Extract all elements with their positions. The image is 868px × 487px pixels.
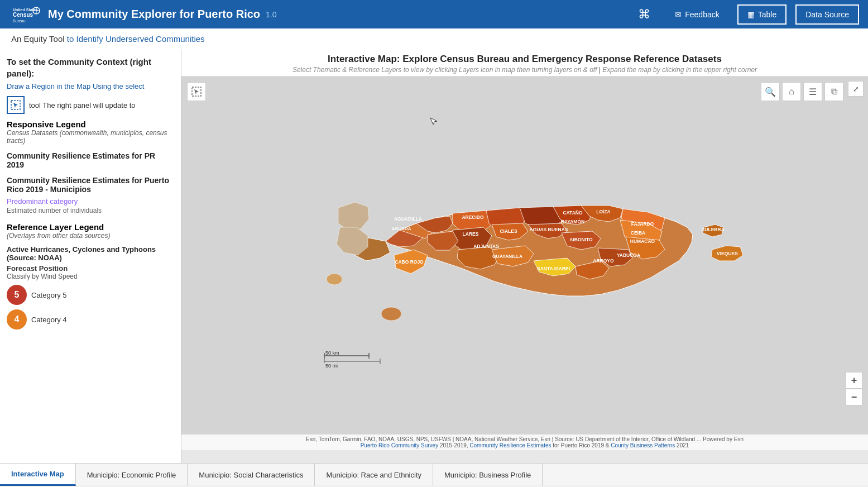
subtitle-link: to Identify Underserved Communities [67, 34, 205, 44]
zoom-out-button[interactable]: − [846, 389, 862, 405]
svg-text:50 mi: 50 mi [325, 363, 338, 369]
label-yabucoa: YABUCOA [617, 252, 640, 258]
subtitle-bar: An Equity Tool to Identify Underserved C… [0, 28, 868, 49]
map-header: Interactive Map: Explore Census Bureau a… [181, 49, 868, 77]
map-area: Interactive Map: Explore Census Bureau a… [181, 49, 868, 463]
zoom-buttons: + − [846, 372, 862, 405]
map-container[interactable]: ⤢ 🔍 ⌂ ☰ ⧉ [181, 77, 868, 450]
cat4-icon: 4 [7, 309, 27, 330]
label-adjuntas: ADJUNTAS [473, 244, 499, 249]
cat5-icon: 5 [7, 285, 27, 305]
draw-instruction: Draw a Region in the Map Using the selec… [7, 82, 174, 92]
select-tool-icon[interactable] [7, 96, 25, 114]
network-icon[interactable]: ⌘ [638, 7, 650, 22]
svg-marker-8 [13, 103, 18, 108]
label-ceiba: CEIBA [631, 230, 645, 236]
label-arecibo: ARECIBO [462, 214, 484, 220]
svg-text:Census: Census [13, 12, 33, 18]
estimated-label: Estimated number of individuals [7, 207, 174, 214]
reference-layer-sub: (Overlays from other data sources) [7, 232, 174, 240]
app-version: 1.0 [266, 10, 276, 19]
responsive-legend-sub: Census Datasets (commonwealth, municipio… [7, 129, 174, 145]
label-vieques: VIEQUES [717, 251, 738, 256]
cre-municipios-title: Community Resilience Estimates for Puert… [7, 176, 174, 194]
app-header: United States Census Bureau My Community… [0, 0, 868, 28]
search-map-button[interactable]: 🔍 [761, 82, 780, 101]
tab-business-profile[interactable]: Municipio: Business Profile [433, 464, 543, 486]
small-island-sw [381, 307, 401, 321]
predominant-label: Predominant category [7, 197, 174, 206]
label-aguasbuenas: AGUAS BUENAS [530, 227, 568, 232]
label-aguada: AGUADA [391, 226, 411, 231]
map-toolbar-right: 🔍 ⌂ ☰ ⧉ [761, 82, 843, 101]
label-santaisabel: SANTA ISABEL [537, 266, 572, 271]
tab-economic-profile[interactable]: Municipio: Economic Profile [76, 464, 188, 486]
table-icon: ▦ [747, 10, 755, 19]
svg-marker-10 [194, 89, 199, 94]
map-toolbar-left [187, 82, 206, 101]
context-title: To set the Community Context (right pane… [7, 56, 174, 79]
cre-title: Community Resilience Estimates for PR 20… [7, 151, 174, 169]
subtitle-plain: An Equity Tool [11, 34, 67, 44]
label-catano: CATAÑO [563, 210, 582, 216]
cat5-row: 5 Category 5 [7, 285, 174, 305]
label-ciales: CIALES [500, 228, 517, 234]
logo-area: United States Census Bureau My Community… [9, 3, 277, 26]
cat4-label: Category 4 [31, 316, 67, 324]
census-logo: United States Census Bureau [9, 3, 42, 26]
label-culebra: CULEBRA [701, 227, 725, 232]
cat4-row: 4 Category 4 [7, 309, 174, 330]
label-lares: LARES [463, 231, 479, 237]
reference-layer-title: Reference Layer Legend [7, 222, 174, 232]
map-subtitle: Select Thematic & Reference Layers to vi… [181, 66, 868, 74]
layers-map-button[interactable]: ⧉ [824, 82, 843, 101]
responsive-legend-title: Responsive Legend [7, 120, 174, 129]
feedback-icon: ✉ [675, 10, 682, 19]
table-button[interactable]: ▦ Table [737, 4, 787, 25]
list-map-button[interactable]: ☰ [803, 82, 822, 101]
feedback-button[interactable]: ✉ Feedback [666, 4, 728, 25]
svg-marker-20 [430, 118, 437, 125]
classify-label: Classify by Wind Speed [7, 273, 174, 280]
map-attribution: Esri, TomTom, Garmin, FAO, NOAA, USGS, N… [181, 435, 868, 450]
pr-community-survey-link[interactable]: Puerto Rico Community Survey [361, 442, 439, 448]
datasource-button[interactable]: Data Source [795, 4, 859, 25]
expand-button[interactable]: ⤢ [848, 81, 864, 97]
app-title: My Community Explorer for Puerto Rico [48, 8, 260, 21]
label-bayamon: BAYAMÓN [561, 218, 584, 225]
cbp-link[interactable]: County Business Patterns [611, 442, 675, 448]
main-content: To set the Community Context (right pane… [0, 49, 868, 463]
label-arroyo: ARROYO [593, 258, 614, 264]
label-humacao: HUMACAO [630, 238, 655, 244]
left-panel: To set the Community Context (right pane… [0, 49, 181, 463]
bottom-tabs: Interactive Map Municipio: Economic Prof… [0, 463, 868, 485]
zoom-in-button[interactable]: + [846, 372, 862, 389]
tool-row: tool The right panel will update to [7, 96, 174, 114]
tool-text: tool The right panel will update to [29, 101, 136, 109]
puerto-rico-map[interactable]: AGUADILLA AGUADA ARECIBO CATAÑO LOÍZA BA… [319, 141, 776, 386]
forecast-position: Forecast Position [7, 264, 174, 273]
label-aguadilla: AGUADILLA [394, 216, 422, 222]
cre-link[interactable]: Community Resilience Estimates [469, 442, 551, 448]
mona-island [327, 274, 342, 285]
cat5-label: Category 5 [31, 291, 67, 299]
select-region-button[interactable] [187, 82, 206, 101]
label-aibonito: AIBONITO [569, 237, 593, 242]
tab-social-characteristics[interactable]: Municipio: Social Characteristics [188, 464, 315, 486]
cursor [429, 117, 438, 128]
svg-text:50 km: 50 km [325, 350, 339, 356]
tab-interactive-map[interactable]: Interactive Map [0, 464, 76, 486]
svg-text:Bureau: Bureau [13, 19, 26, 23]
map-title: Interactive Map: Explore Census Bureau a… [181, 54, 868, 65]
label-loiza: LOÍZA [596, 209, 611, 214]
label-caborojo: CABO ROJO [395, 259, 424, 265]
tab-race-ethnicity[interactable]: Municipio: Race and Ethnicity [315, 464, 433, 486]
label-fajardo: FAJARDO [631, 221, 654, 227]
label-guayanilla: GUAYANILLA [492, 254, 522, 259]
home-map-button[interactable]: ⌂ [782, 82, 801, 101]
hurricane-title: Active Hurricanes, Cyclones and Typhoons… [7, 245, 174, 262]
